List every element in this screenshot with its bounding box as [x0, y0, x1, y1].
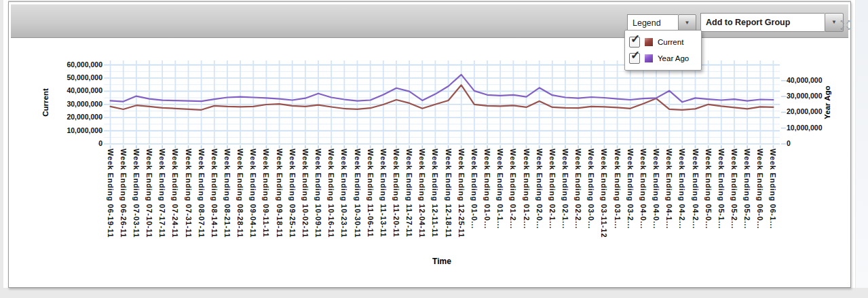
x-axis-label: Week Ending 08-07-11: [197, 149, 206, 238]
report-group-dropdown-field[interactable]: Add to Report Group: [700, 13, 825, 32]
x-axis-label: Week Ending 03-2...: [626, 149, 635, 229]
x-axis-label: Week Ending 10-09-11: [314, 149, 322, 238]
x-axis-label: Week Ending 05-2...: [730, 149, 738, 229]
x-axis-label: Week Ending 09-18-11: [276, 149, 284, 238]
legend-dropdown-field[interactable]: Legend: [627, 14, 678, 31]
x-axis-label: Week Ending 10-02-11: [301, 149, 309, 238]
x-axis-label: Week Ending 03-1...: [614, 149, 622, 229]
x-axis-label: Week Ending 03-0...: [587, 149, 595, 229]
x-axis-label: Week Ending 03-11-12: [600, 149, 608, 238]
x-axis-label: Week Ending 12-11-11: [431, 149, 439, 238]
report-group-dropdown: Add to Report Group ▼: [700, 13, 844, 32]
check-icon: ✓: [630, 48, 640, 62]
x-axis-label: Week Ending 01-0...: [470, 149, 478, 229]
x-axis-label: Week Ending 10-16-11: [327, 149, 335, 238]
legend-item-label: Year Ago: [658, 54, 689, 62]
x-axis-label: Week Ending 06-19-11: [107, 149, 115, 238]
y-axis-tick-label-left: 10,000,000: [47, 126, 102, 134]
y-axis-tick-label-left: 20,000,000: [47, 113, 102, 121]
chevron-down-icon: ▼: [685, 20, 690, 26]
y-axis-tick-label-right: 10,000,000: [787, 124, 848, 132]
chart-canvas[interactable]: [9, 38, 850, 155]
y-axis-tick-label-right: 30,000,000: [787, 92, 848, 100]
x-axis-label: Week Ending 07-10-11: [145, 149, 153, 238]
legend-color-swatch-current: [645, 38, 653, 46]
legend-popup: ✓ Current ✓ Year Ago: [624, 30, 702, 71]
y-axis-tick-label-right: 40,000,000: [787, 76, 848, 84]
x-axis-label: Week Ending 04-2...: [692, 149, 700, 229]
resize-arrows-icon[interactable]: ↖↗ ↙↘: [839, 16, 852, 34]
legend-dropdown-arrow-button[interactable]: ▼: [678, 14, 696, 31]
x-axis-label: Week Ending 11-13-11: [379, 149, 388, 238]
x-axis-label: Week Ending 01-2...: [509, 149, 517, 229]
y-axis-tick-label-left: 0: [47, 139, 102, 147]
x-axis-label: Week Ending 10-30-11: [354, 149, 362, 238]
x-axis-label: Week Ending 11-20-11: [392, 149, 400, 238]
x-axis-label: Week Ending 07-03-11: [132, 149, 140, 238]
x-axis-label: Week Ending 05-1...: [717, 149, 725, 229]
x-axis-label: Week Ending 01-1...: [496, 149, 504, 229]
x-axis-label: Week Ending 11-27-11: [405, 149, 413, 238]
legend-checkbox-current[interactable]: ✓: [629, 37, 640, 48]
x-axis-label: Week Ending 01-2...: [523, 149, 531, 229]
y-axis-title-year-ago: Year Ago: [823, 86, 831, 119]
right-edge-strip: [851, 0, 855, 288]
y-axis-tick-label-left: 40,000,000: [47, 86, 102, 94]
x-axis-label: Week Ending 05-2...: [743, 149, 751, 229]
x-axis-label: Week Ending 04-0...: [652, 149, 660, 229]
legend-checkbox-year-ago[interactable]: ✓: [629, 53, 640, 64]
chevron-down-icon: ▼: [831, 20, 837, 25]
x-axis-label: Week Ending 12-25-11: [457, 149, 466, 238]
chart-widget-panel: Legend ▼ Add to Report Group ▼ ↖↗ ↙↘: [8, 1, 851, 288]
x-axis-label: Week Ending 08-14-11: [210, 149, 219, 238]
y-axis-tick-label-right: 0: [787, 139, 848, 147]
y-axis-title-current: Current: [41, 88, 50, 117]
series-line-current[interactable]: [111, 85, 774, 110]
resize-arrows-bottom: ↙↘: [839, 25, 851, 31]
x-axis-label: Week Ending 09-25-11: [288, 149, 297, 238]
y-axis-tick-label-left: 30,000,000: [47, 100, 102, 108]
x-axis-label: Week Ending 08-28-11: [236, 149, 244, 238]
x-axis-label: Week Ending 07-17-11: [158, 149, 166, 238]
x-axis-label: Week Ending 09-04-11: [249, 149, 257, 238]
x-axis-label: Week Ending 06-1...: [769, 149, 777, 229]
x-axis-label: Week Ending 01-0...: [483, 149, 491, 229]
dashboard-page: Legend ▼ Add to Report Group ▼ ↖↗ ↙↘: [0, 0, 868, 298]
legend-color-swatch-year-ago: [645, 54, 653, 62]
x-axis-label: Week Ending 04-2...: [678, 149, 686, 229]
legend-dropdown-label: Legend: [633, 18, 661, 28]
x-axis-label: Week Ending 07-31-11: [185, 149, 193, 238]
x-axis-label: Week Ending 02-2...: [574, 149, 582, 229]
x-axis-label: Week Ending 11-06-11: [366, 149, 375, 238]
legend-item-label: Current: [658, 38, 683, 46]
widget-toolbar: Legend ▼ Add to Report Group ▼ ↖↗ ↙↘: [11, 4, 848, 38]
left-edge-strip: [3, 0, 8, 288]
x-axis-label: Week Ending 02-0...: [535, 149, 544, 229]
x-axis-label: Week Ending 06-26-11: [119, 149, 128, 238]
x-axis-label: Week Ending 12-04-11: [418, 149, 426, 238]
legend-dropdown: Legend ▼: [627, 14, 696, 31]
y-axis-tick-label-left: 60,000,000: [47, 60, 102, 69]
chart-area: 010,000,00020,000,00030,000,00040,000,00…: [9, 38, 849, 286]
x-axis-label: Week Ending 10-23-11: [340, 149, 348, 238]
x-axis-label: Week Ending 07-24-11: [171, 149, 179, 238]
x-axis-title-time: Time: [104, 257, 780, 266]
x-axis-label: Week Ending 04-0...: [639, 149, 647, 229]
x-axis-label: Week Ending 02-1...: [561, 149, 569, 229]
x-axis-label: Week Ending 08-21-11: [223, 149, 231, 238]
x-axis-label: Week Ending 06-0...: [756, 149, 764, 229]
x-axis-label: Week Ending 02-1...: [548, 149, 556, 229]
x-axis-label: Week Ending 12-18-11: [445, 149, 453, 238]
x-axis-label: Week Ending 05-0...: [704, 149, 713, 229]
report-group-dropdown-label: Add to Report Group: [706, 18, 790, 27]
y-axis-tick-label-right: 20,000,000: [787, 107, 848, 115]
x-axis-label: Week Ending 04-1...: [665, 149, 673, 229]
y-axis-tick-label-left: 50,000,000: [47, 73, 102, 81]
legend-item-year-ago: ✓ Year Ago: [629, 50, 697, 67]
x-axis-label: Week Ending 09-11-11: [262, 149, 270, 238]
check-icon: ✓: [630, 32, 640, 46]
right-panel-edge: [856, 0, 868, 288]
